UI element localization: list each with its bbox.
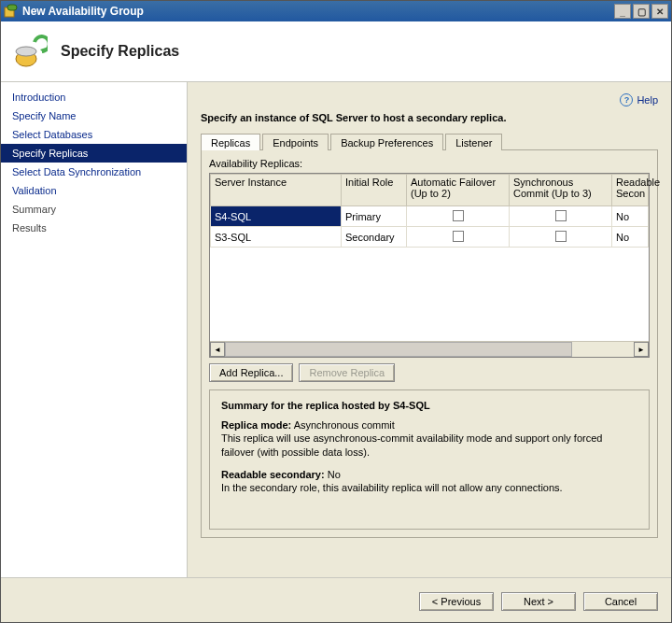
tab-panel-replicas: Availability Replicas: Server InstanceIn… (201, 150, 658, 538)
column-header[interactable]: Automatic Failover (Up to 2) (407, 175, 510, 206)
nav-item-introduction[interactable]: Introduction (1, 88, 187, 106)
replica-mode-desc: This replica will use asynchronous-commi… (221, 432, 602, 457)
title-bar: New Availability Group _ ▢ ✕ (1, 1, 671, 21)
column-header[interactable]: Synchronous Commit (Up to 3) (510, 175, 612, 206)
replica-mode-label: Replica mode: (221, 419, 291, 431)
sync-commit-cell[interactable] (510, 227, 612, 248)
scroll-left-icon[interactable]: ◄ (210, 342, 225, 357)
readable-secondary-value: No (328, 469, 341, 480)
cancel-button[interactable]: Cancel (583, 592, 658, 611)
help-link[interactable]: Help (637, 94, 658, 106)
header-band: Specify Replicas (1, 21, 671, 82)
maximize-button[interactable]: ▢ (633, 4, 650, 19)
previous-button[interactable]: < Previous (419, 592, 494, 611)
scroll-right-icon[interactable]: ► (634, 342, 649, 357)
wizard-logo-icon (14, 35, 48, 68)
nav-item-summary[interactable]: Summary (1, 200, 187, 219)
readable-secondary-cell[interactable]: No (612, 227, 649, 248)
initial-role-cell[interactable]: Primary (342, 206, 407, 227)
window-title: New Availability Group (22, 5, 614, 18)
table-row[interactable]: S3-SQLSecondaryNo (211, 227, 649, 248)
wizard-footer: < Previous Next > Cancel (1, 577, 671, 623)
server-instance-cell[interactable]: S3-SQL (211, 227, 342, 248)
sync-commit-cell[interactable] (510, 206, 612, 227)
page-heading: Specify Replicas (61, 43, 179, 60)
replicas-grid[interactable]: Server InstanceInitial RoleAutomatic Fai… (209, 173, 650, 358)
column-header[interactable]: Readable Secon (612, 175, 649, 206)
auto-failover-cell[interactable] (407, 227, 510, 248)
readable-secondary-desc: In the secondary role, this availability… (221, 482, 563, 493)
checkbox[interactable] (453, 231, 464, 242)
table-row[interactable]: S4-SQLPrimaryNo (211, 206, 649, 227)
nav-item-select-data-synchronization[interactable]: Select Data Synchronization (1, 163, 187, 181)
initial-role-cell[interactable]: Secondary (342, 227, 407, 248)
svg-point-3 (16, 47, 36, 56)
nav-item-validation[interactable]: Validation (1, 181, 187, 200)
nav-item-results[interactable]: Results (1, 219, 187, 237)
checkbox[interactable] (453, 210, 464, 221)
readable-secondary-cell[interactable]: No (612, 206, 649, 227)
tab-listener[interactable]: Listener (445, 134, 502, 150)
column-header[interactable]: Initial Role (342, 175, 407, 206)
nav-item-specify-replicas[interactable]: Specify Replicas (1, 144, 187, 163)
add-replica-button[interactable]: Add Replica... (209, 363, 293, 382)
tab-backup-preferences[interactable]: Backup Preferences (330, 134, 443, 150)
replica-summary: Summary for the replica hosted by S4-SQL… (209, 389, 650, 530)
nav-item-specify-name[interactable]: Specify Name (1, 106, 187, 125)
server-instance-cell[interactable]: S4-SQL (211, 206, 342, 227)
next-button[interactable]: Next > (501, 592, 576, 611)
close-button[interactable]: ✕ (651, 4, 668, 19)
help-icon[interactable]: ? (620, 93, 633, 106)
column-header[interactable]: Server Instance (211, 175, 342, 206)
tab-replicas[interactable]: Replicas (201, 134, 260, 150)
grid-label: Availability Replicas: (209, 158, 650, 169)
app-icon (4, 4, 19, 19)
tab-strip: ReplicasEndpointsBackup PreferencesListe… (201, 133, 658, 150)
checkbox[interactable] (555, 210, 567, 221)
replica-mode-value: Asynchronous commit (294, 419, 395, 431)
minimize-button[interactable]: _ (614, 4, 631, 19)
auto-failover-cell[interactable] (407, 206, 510, 227)
svg-rect-1 (7, 5, 17, 10)
checkbox[interactable] (555, 231, 567, 242)
readable-secondary-label: Readable secondary: (221, 469, 325, 480)
nav-item-select-databases[interactable]: Select Databases (1, 125, 187, 144)
horizontal-scrollbar[interactable]: ◄ ► (210, 341, 649, 357)
wizard-nav: IntroductionSpecify NameSelect Databases… (1, 82, 188, 577)
remove-replica-button: Remove Replica (299, 363, 395, 382)
instruction-text: Specify an instance of SQL Server to hos… (201, 112, 658, 123)
summary-title: Summary for the replica hosted by S4-SQL (221, 400, 637, 411)
tab-endpoints[interactable]: Endpoints (262, 134, 329, 150)
